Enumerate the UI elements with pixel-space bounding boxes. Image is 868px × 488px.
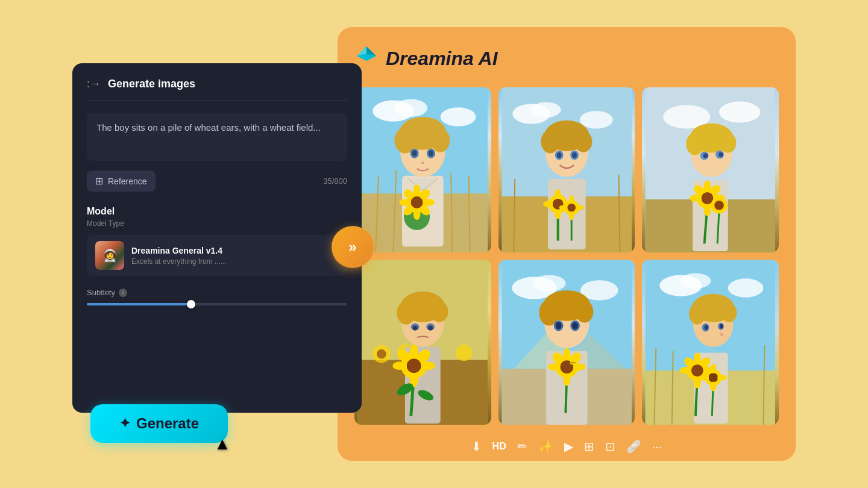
hd-label[interactable]: HD <box>492 441 506 452</box>
svg-point-19 <box>412 151 417 157</box>
right-panel: Dreamina AI <box>338 27 796 461</box>
svg-point-49 <box>572 152 577 158</box>
svg-point-112 <box>421 361 435 370</box>
svg-point-179 <box>717 375 727 381</box>
expand-icon[interactable]: ⊞ <box>584 439 594 454</box>
subtlety-info-icon[interactable]: i <box>119 289 127 297</box>
svg-point-132 <box>555 322 561 330</box>
svg-point-150 <box>728 278 764 297</box>
svg-point-83 <box>690 195 702 202</box>
svg-point-140 <box>573 363 586 371</box>
svg-point-63 <box>559 205 567 210</box>
svg-point-60 <box>567 204 576 212</box>
left-panel: :→ Generate images The boy sits on a pil… <box>72 63 362 413</box>
model-info: Dreamina General v1.4 Excels at everythi… <box>131 246 339 266</box>
svg-point-68 <box>719 101 761 122</box>
svg-point-162 <box>720 324 723 329</box>
svg-point-129 <box>576 301 593 323</box>
model-name: Dreamina General v1.4 <box>131 246 339 255</box>
svg-point-72 <box>687 133 704 155</box>
subtlety-section: Subtlety i <box>87 288 347 305</box>
svg-point-81 <box>704 181 711 193</box>
grid-item-6[interactable] <box>642 260 779 425</box>
svg-point-55 <box>543 201 553 207</box>
model-section-label: Model <box>87 206 347 217</box>
svg-point-45 <box>574 131 592 152</box>
panel-nav-icon: :→ <box>87 78 101 90</box>
svg-point-76 <box>703 154 708 158</box>
model-thumbnail <box>95 241 124 270</box>
grid-item-5[interactable] <box>498 260 635 425</box>
generate-button[interactable]: ✦ Generate <box>90 404 228 443</box>
reference-row: ⊞ Reference 35/800 <box>87 170 347 192</box>
reference-icon: ⊞ <box>95 175 103 187</box>
generate-star-icon: ✦ <box>119 416 130 431</box>
char-count: 35/800 <box>323 177 347 186</box>
repair-icon[interactable]: 🩹 <box>626 439 641 454</box>
svg-point-111 <box>392 361 406 370</box>
prompt-textarea[interactable]: The boy sits on a pile of wheat ears, wi… <box>87 113 347 161</box>
svg-point-172 <box>691 364 703 377</box>
svg-point-62 <box>569 211 574 220</box>
svg-point-53 <box>555 189 561 199</box>
svg-point-6 <box>394 99 427 117</box>
svg-point-94 <box>377 349 386 359</box>
model-section: Model Model Type Dreamina General v1.4 E… <box>87 206 347 276</box>
subtlety-label: Subtlety i <box>87 288 347 297</box>
svg-point-73 <box>720 133 736 152</box>
svg-point-44 <box>541 130 559 153</box>
svg-point-38 <box>580 111 613 128</box>
reference-button[interactable]: ⊞ Reference <box>87 170 156 192</box>
svg-point-115 <box>407 358 421 372</box>
svg-point-137 <box>563 348 570 361</box>
subtlety-slider[interactable] <box>87 303 347 305</box>
svg-point-157 <box>689 303 705 324</box>
svg-point-138 <box>563 373 570 386</box>
resize-icon[interactable]: ⊡ <box>605 439 615 454</box>
svg-point-20 <box>429 151 433 157</box>
dreamina-title: Dreamina AI <box>386 48 498 70</box>
svg-point-28 <box>423 199 435 206</box>
svg-point-133 <box>572 322 578 330</box>
arrow-icon: » <box>348 239 356 255</box>
svg-point-21 <box>421 161 424 164</box>
svg-point-48 <box>556 152 561 158</box>
arrow-button[interactable]: » <box>332 226 374 268</box>
download-icon[interactable]: ⬇ <box>471 439 482 454</box>
grid-item-4[interactable] <box>354 260 491 425</box>
more-icon[interactable]: ··· <box>652 440 662 454</box>
svg-point-178 <box>700 375 709 381</box>
svg-point-168 <box>680 367 692 374</box>
svg-point-7 <box>441 107 476 126</box>
panel-title: Generate images <box>108 78 195 90</box>
svg-rect-41 <box>548 179 586 249</box>
play-icon[interactable]: ▶ <box>564 439 573 454</box>
svg-point-104 <box>413 326 418 331</box>
slider-fill <box>87 303 191 305</box>
grid-item-1[interactable] <box>354 87 491 252</box>
svg-point-26 <box>414 208 421 221</box>
dreamina-header: Dreamina AI <box>354 44 779 73</box>
bottom-toolbar: ⬇ HD ✏ ✨ ▶ ⊞ ⊡ 🩹 ··· <box>354 434 779 458</box>
magic-wand-icon[interactable]: ✨ <box>538 439 553 454</box>
svg-point-161 <box>705 325 708 330</box>
grid-item-2[interactable] <box>498 87 635 252</box>
svg-point-100 <box>397 301 415 325</box>
edit-icon[interactable]: ✏ <box>517 439 527 454</box>
svg-point-37 <box>531 102 561 117</box>
model-type-label: Model Type <box>87 219 347 228</box>
svg-point-82 <box>704 204 711 216</box>
model-card[interactable]: Dreamina General v1.4 Excels at everythi… <box>87 235 347 276</box>
cursor-pointer: ▲ <box>214 434 231 454</box>
grid-item-3[interactable] <box>642 87 779 252</box>
svg-point-33 <box>411 196 423 208</box>
svg-point-105 <box>428 326 433 331</box>
svg-point-77 <box>719 152 723 157</box>
svg-point-25 <box>414 184 421 196</box>
svg-point-27 <box>399 199 411 206</box>
panel-header: :→ Generate images <box>87 78 347 101</box>
svg-point-139 <box>548 363 561 371</box>
svg-point-96 <box>456 345 472 361</box>
svg-point-109 <box>410 345 418 358</box>
svg-point-54 <box>555 210 561 219</box>
